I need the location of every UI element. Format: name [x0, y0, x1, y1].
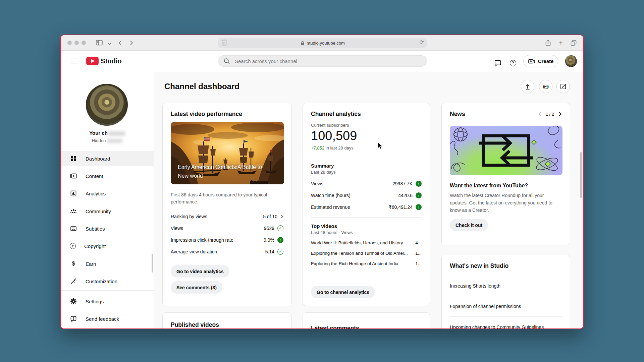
traffic-light-close[interactable]: [67, 41, 72, 45]
sidebar-item-label: Content: [86, 173, 103, 179]
studio-logo[interactable]: Studio: [86, 57, 121, 65]
summary-label: Estimated revenue: [311, 204, 350, 210]
news-banner-image[interactable]: [450, 126, 562, 175]
sidebar: Your ch Hidden Dashboard Content: [61, 72, 154, 328]
metric-label: Views: [171, 226, 183, 231]
channel-avatar[interactable]: [86, 84, 128, 126]
sidebar-item-send-feedback[interactable]: Send feedback: [61, 311, 154, 326]
summary-rows: Views 29987.7K↑ Watch time (hours) 4420.…: [311, 178, 422, 213]
go-live-button[interactable]: ((•)): [539, 80, 552, 93]
feedback-icon[interactable]: [494, 59, 501, 67]
up-arrow-badge-icon: ↑: [416, 181, 422, 187]
news-card: News 1 / 2: [441, 103, 570, 245]
top-video-row[interactable]: Exploring the Rich Heritage of Ancient I…: [311, 258, 422, 269]
whats-new-item[interactable]: Upcoming changes to Community Guidelines: [450, 317, 562, 328]
metric-row-views: Views 9529 ✓: [171, 222, 283, 234]
create-label: Create: [538, 58, 554, 64]
top-video-title: World War II: Battlefields, Heroes, and …: [311, 240, 403, 245]
news-pagination: 1 / 2: [546, 112, 554, 117]
chevron-right-icon[interactable]: [280, 214, 283, 219]
sidebar-item-customization[interactable]: Customization: [61, 274, 154, 289]
whats-new-card: What's new in Studio Increasing Shorts l…: [441, 255, 570, 328]
check-circle-icon: ✓: [277, 249, 283, 255]
sidebar-toggle-icon[interactable]: [96, 39, 103, 47]
address-bar[interactable]: studio.youtube.com ⟳: [218, 38, 427, 48]
sidebar-item-content[interactable]: Content: [61, 169, 154, 183]
edit-icon: [560, 83, 567, 90]
copyright-icon: c: [70, 243, 76, 249]
metric-label: Impressions click-through rate: [171, 237, 233, 243]
divider: [311, 217, 422, 218]
upload-video-button[interactable]: [521, 80, 534, 93]
back-icon[interactable]: [116, 39, 124, 47]
go-to-video-analytics-button[interactable]: Go to video analytics: [171, 265, 229, 278]
latest-comments-card: Latest comments: [303, 312, 430, 328]
reload-icon[interactable]: ⟳: [420, 39, 424, 45]
search-icon: [224, 58, 230, 64]
performance-description: First 86 days 4 hours compared to your t…: [171, 191, 278, 205]
sidebar-item-analytics[interactable]: Analytics: [61, 186, 154, 201]
browser-toolbar: studio.youtube.com ⟳ +: [61, 35, 583, 51]
sidebar-item-settings[interactable]: Settings: [61, 294, 154, 309]
latest-video-thumbnail[interactable]: Early American Conflicts:A Battle to New…: [171, 122, 284, 184]
share-icon[interactable]: [544, 39, 552, 47]
search-bar[interactable]: [218, 55, 427, 67]
top-video-row[interactable]: World War II: Battlefields, Heroes, and …: [311, 238, 422, 248]
create-video-icon: [528, 58, 535, 65]
whats-new-item[interactable]: Expansion of channel permissions: [450, 296, 562, 317]
chevron-down-icon[interactable]: [106, 40, 113, 48]
feedback-bubble-icon: [70, 315, 77, 322]
summary-row-revenue: Estimated revenue ₹60,491.24↑: [311, 201, 422, 213]
card-title: What's new in Studio: [450, 262, 562, 269]
metric-row-ranking[interactable]: Ranking by views 5 of 10: [171, 210, 283, 222]
summary-label: Views: [311, 181, 323, 186]
traffic-light-zoom[interactable]: [82, 41, 86, 45]
top-video-title: Exploring the Rich Heritage of Ancient I…: [311, 261, 398, 266]
news-prev-icon[interactable]: [538, 112, 541, 117]
card-title: Channel analytics: [311, 111, 422, 118]
menu-icon[interactable]: [71, 59, 77, 63]
sidebar-item-earn[interactable]: $ Earn: [61, 256, 154, 271]
studio-logo-text: Studio: [101, 57, 121, 65]
sidebar-scrollbar[interactable]: [152, 254, 153, 273]
subscribers-count: 100,509: [311, 129, 422, 143]
sidebar-item-community[interactable]: Community: [61, 204, 154, 219]
see-comments-button[interactable]: See comments (3): [171, 281, 222, 294]
sidebar-item-dashboard[interactable]: Dashboard: [61, 151, 154, 166]
video-title-overlay: Early American Conflicts:A Battle to New…: [178, 163, 262, 180]
sidebar-item-label: Community: [86, 208, 111, 214]
divider: [311, 157, 422, 157]
gear-icon: [70, 298, 77, 305]
top-video-row[interactable]: Exploring the Tension and Turmoil of Old…: [311, 248, 422, 258]
forward-icon[interactable]: [128, 39, 135, 47]
search-input[interactable]: [235, 58, 421, 64]
metric-label: Average view duration: [171, 249, 217, 254]
traffic-light-minimize[interactable]: [74, 41, 79, 45]
up-arrow-badge-icon: ↑: [416, 204, 422, 210]
whats-new-item[interactable]: Increasing Shorts length: [450, 276, 562, 296]
up-arrow-badge-icon: ↑: [416, 192, 422, 198]
sidebar-item-subtitles[interactable]: Subtitles: [61, 221, 154, 236]
sidebar-item-copyright[interactable]: c Copyright: [61, 239, 154, 253]
url-text: studio.youtube.com: [307, 41, 345, 46]
help-icon[interactable]: ?: [509, 59, 517, 67]
tab-overview-icon[interactable]: [570, 39, 577, 47]
top-video-views: 4...: [415, 240, 422, 245]
go-to-channel-analytics-button[interactable]: Go to channel analytics: [311, 286, 375, 298]
summary-row-views: Views 29987.7K↑: [311, 178, 422, 189]
content-icon: [70, 172, 77, 180]
subscribers-delta: +7,852 in last 28 days: [311, 145, 422, 150]
whats-new-list: Increasing Shorts length Expansion of ch…: [450, 276, 562, 328]
account-avatar[interactable]: [565, 55, 577, 67]
create-button[interactable]: Create: [523, 55, 558, 67]
edit-button[interactable]: [556, 80, 570, 93]
new-tab-icon[interactable]: +: [557, 39, 565, 47]
app-body: Your ch Hidden Dashboard Content: [61, 72, 583, 328]
window-scrollbar[interactable]: [580, 152, 582, 198]
sidebar-item-label: Subtitles: [86, 226, 105, 232]
news-banner-art: [450, 126, 562, 175]
upload-icon: [524, 83, 531, 90]
reader-view-icon[interactable]: [221, 39, 227, 46]
check-it-out-button[interactable]: Check it out: [450, 219, 488, 231]
news-next-icon[interactable]: [558, 112, 562, 117]
